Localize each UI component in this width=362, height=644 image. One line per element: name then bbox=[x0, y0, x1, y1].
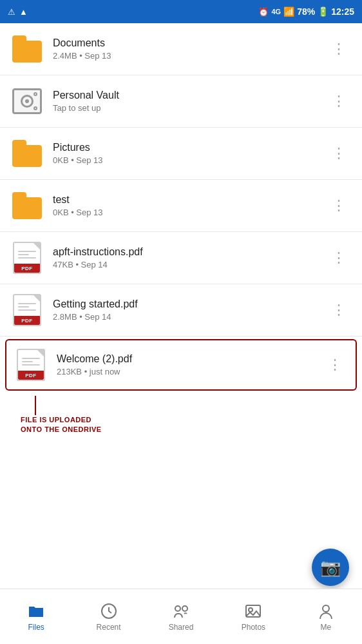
nav-item-shared[interactable]: Shared bbox=[145, 597, 217, 637]
list-item[interactable]: Pictures 0KB • Sep 13 bbox=[0, 128, 362, 180]
file-name: Welcome (2).pdf bbox=[57, 353, 323, 365]
file-meta: 0KB • Sep 13 bbox=[53, 155, 327, 165]
file-info: Personal Vault Tap to set up bbox=[53, 90, 327, 113]
file-meta: 2.8MB • Sep 14 bbox=[53, 312, 327, 322]
nav-label-photos: Photos bbox=[242, 623, 265, 632]
clock-nav-icon bbox=[100, 602, 118, 620]
annotation-line bbox=[35, 396, 36, 415]
status-bar-left: ⚠ ▲ bbox=[8, 7, 28, 17]
alarm-icon: ⏰ bbox=[258, 7, 269, 17]
file-name: Getting started.pdf bbox=[53, 298, 327, 310]
pdf-icon: PDF bbox=[14, 348, 48, 382]
signal-text: 4G bbox=[271, 8, 281, 15]
list-item[interactable]: Documents 2.4MB • Sep 13 bbox=[0, 23, 362, 75]
nav-item-recent[interactable]: Recent bbox=[72, 597, 144, 637]
more-options-button[interactable] bbox=[323, 351, 348, 378]
folder-icon bbox=[10, 32, 44, 66]
camera-fab-button[interactable]: 📷 bbox=[312, 549, 349, 586]
more-options-button[interactable] bbox=[327, 244, 352, 271]
triangle-icon: ▲ bbox=[19, 7, 28, 17]
status-bar: ⚠ ▲ ⏰ 4G 📶 78% 🔋 12:25 bbox=[0, 0, 362, 23]
battery-text: 78% bbox=[297, 6, 315, 17]
file-list: Documents 2.4MB • Sep 13 Personal Vault … bbox=[0, 23, 362, 391]
nav-item-me[interactable]: Me bbox=[290, 597, 362, 637]
file-info: apft-instructions.pdf 47KB • Sep 14 bbox=[53, 246, 327, 269]
nav-label-me: Me bbox=[320, 623, 331, 632]
status-bar-right: ⏰ 4G 📶 78% 🔋 12:25 bbox=[258, 6, 354, 17]
file-info: Getting started.pdf 2.8MB • Sep 14 bbox=[53, 298, 327, 322]
svg-point-1 bbox=[175, 606, 180, 611]
camera-icon: 📷 bbox=[320, 558, 341, 578]
svg-point-2 bbox=[182, 606, 187, 611]
battery-icon: 🔋 bbox=[318, 6, 329, 17]
file-info: Pictures 0KB • Sep 13 bbox=[53, 142, 327, 165]
time-display: 12:25 bbox=[331, 6, 354, 17]
me-nav-icon bbox=[317, 602, 335, 620]
more-options-button[interactable] bbox=[327, 35, 352, 63]
pdf-icon: PDF bbox=[10, 241, 44, 275]
highlighted-list-item[interactable]: PDF Welcome (2).pdf 213KB • just now bbox=[5, 339, 357, 391]
more-options-button[interactable] bbox=[327, 192, 352, 219]
svg-point-5 bbox=[323, 605, 329, 612]
file-info: Welcome (2).pdf 213KB • just now bbox=[57, 353, 323, 376]
bottom-nav: Files Recent Shared Photos Me bbox=[0, 589, 362, 644]
nav-item-photos[interactable]: Photos bbox=[217, 597, 289, 637]
nav-label-recent: Recent bbox=[97, 623, 121, 632]
list-item[interactable]: PDF Getting started.pdf 2.8MB • Sep 14 bbox=[0, 284, 362, 337]
file-meta: Tap to set up bbox=[53, 103, 327, 113]
file-meta: 0KB • Sep 13 bbox=[53, 208, 327, 217]
file-meta: 213KB • just now bbox=[57, 367, 323, 376]
vault-icon bbox=[10, 84, 44, 118]
file-name: Pictures bbox=[53, 142, 327, 153]
file-meta: 47KB • Sep 14 bbox=[53, 260, 327, 269]
file-info: test 0KB • Sep 13 bbox=[53, 194, 327, 217]
folder-nav-icon bbox=[27, 602, 45, 620]
more-options-button[interactable] bbox=[327, 297, 352, 324]
file-name: apft-instructions.pdf bbox=[53, 246, 327, 258]
folder-icon bbox=[10, 189, 44, 222]
file-name: test bbox=[53, 194, 327, 206]
folder-icon bbox=[10, 137, 44, 170]
nav-label-shared: Shared bbox=[169, 623, 194, 632]
file-name: Documents bbox=[53, 37, 327, 49]
svg-point-4 bbox=[249, 608, 252, 612]
nav-item-files[interactable]: Files bbox=[0, 597, 72, 637]
pdf-icon: PDF bbox=[10, 293, 44, 327]
file-info: Documents 2.4MB • Sep 13 bbox=[53, 37, 327, 61]
signal-bars-icon: 📶 bbox=[283, 6, 294, 17]
more-options-button[interactable] bbox=[327, 88, 352, 115]
more-options-button[interactable] bbox=[327, 140, 352, 167]
photos-nav-icon bbox=[244, 602, 262, 620]
nav-label-files: Files bbox=[28, 623, 44, 632]
list-item[interactable]: test 0KB • Sep 13 bbox=[0, 180, 362, 232]
annotation-area: FILE IS UPLOADED ONTO THE ONEDRIVE bbox=[0, 396, 362, 435]
list-item[interactable]: PDF apft-instructions.pdf 47KB • Sep 14 bbox=[0, 232, 362, 284]
file-meta: 2.4MB • Sep 13 bbox=[53, 51, 327, 61]
annotation-text: FILE IS UPLOADED ONTO THE ONEDRIVE bbox=[21, 415, 352, 435]
file-name: Personal Vault bbox=[53, 90, 327, 101]
shared-nav-icon bbox=[172, 602, 190, 620]
alert-icon: ⚠ bbox=[8, 7, 15, 17]
list-item[interactable]: Personal Vault Tap to set up bbox=[0, 75, 362, 128]
